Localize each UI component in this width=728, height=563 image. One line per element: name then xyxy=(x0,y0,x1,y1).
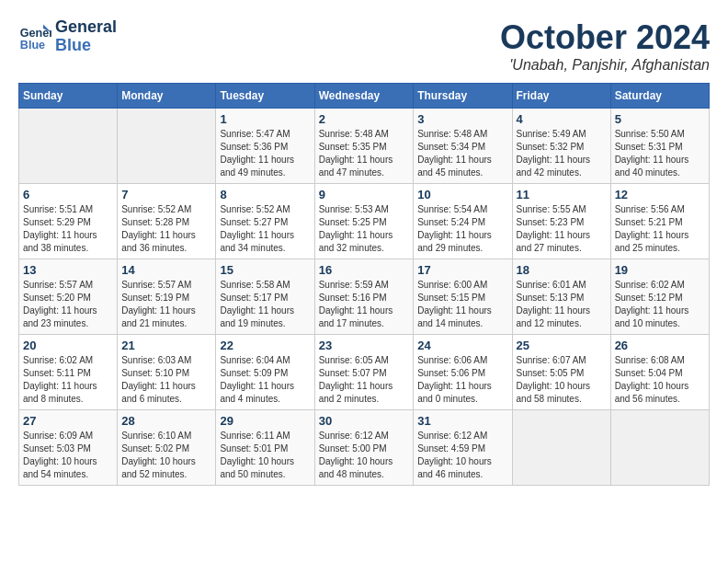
day-cell: 1Sunrise: 5:47 AM Sunset: 5:36 PM Daylig… xyxy=(216,109,314,184)
day-info: Sunrise: 5:51 AM Sunset: 5:29 PM Dayligh… xyxy=(23,203,113,255)
weekday-header-row: SundayMondayTuesdayWednesdayThursdayFrid… xyxy=(19,84,710,109)
day-number: 14 xyxy=(121,263,211,277)
day-cell: 18Sunrise: 6:01 AM Sunset: 5:13 PM Dayli… xyxy=(512,259,610,335)
day-number: 4 xyxy=(517,112,607,126)
day-cell: 28Sunrise: 6:10 AM Sunset: 5:02 PM Dayli… xyxy=(118,410,216,486)
day-info: Sunrise: 6:05 AM Sunset: 5:07 PM Dayligh… xyxy=(319,354,410,406)
weekday-header-wednesday: Wednesday xyxy=(314,84,414,109)
day-cell: 3Sunrise: 5:48 AM Sunset: 5:34 PM Daylig… xyxy=(414,109,512,184)
day-number: 3 xyxy=(417,112,507,126)
day-number: 8 xyxy=(220,188,310,201)
day-cell: 17Sunrise: 6:00 AM Sunset: 5:15 PM Dayli… xyxy=(414,259,512,335)
day-cell: 9Sunrise: 5:53 AM Sunset: 5:25 PM Daylig… xyxy=(314,184,414,259)
day-cell xyxy=(118,109,216,184)
day-cell: 5Sunrise: 5:50 AM Sunset: 5:31 PM Daylig… xyxy=(610,109,709,184)
location: 'Unabah, Panjshir, Afghanistan xyxy=(500,57,710,74)
day-info: Sunrise: 5:48 AM Sunset: 5:34 PM Dayligh… xyxy=(417,128,507,179)
day-cell: 26Sunrise: 6:08 AM Sunset: 5:04 PM Dayli… xyxy=(610,335,709,410)
day-number: 16 xyxy=(319,263,410,277)
day-cell: 7Sunrise: 5:52 AM Sunset: 5:28 PM Daylig… xyxy=(118,184,216,259)
day-number: 30 xyxy=(319,414,410,428)
day-info: Sunrise: 6:00 AM Sunset: 5:15 PM Dayligh… xyxy=(417,279,507,330)
day-info: Sunrise: 5:55 AM Sunset: 5:23 PM Dayligh… xyxy=(517,203,607,255)
day-number: 27 xyxy=(23,414,113,428)
week-row-5: 27Sunrise: 6:09 AM Sunset: 5:03 PM Dayli… xyxy=(19,410,710,486)
day-info: Sunrise: 5:57 AM Sunset: 5:19 PM Dayligh… xyxy=(121,279,211,330)
day-info: Sunrise: 6:12 AM Sunset: 4:59 PM Dayligh… xyxy=(417,430,507,481)
day-info: Sunrise: 6:02 AM Sunset: 5:11 PM Dayligh… xyxy=(23,354,113,406)
day-info: Sunrise: 6:04 AM Sunset: 5:09 PM Dayligh… xyxy=(220,354,310,406)
day-info: Sunrise: 6:11 AM Sunset: 5:01 PM Dayligh… xyxy=(220,430,310,481)
day-number: 26 xyxy=(615,339,705,352)
day-info: Sunrise: 5:53 AM Sunset: 5:25 PM Dayligh… xyxy=(319,203,410,255)
day-info: Sunrise: 5:54 AM Sunset: 5:24 PM Dayligh… xyxy=(417,203,507,255)
day-info: Sunrise: 6:06 AM Sunset: 5:06 PM Dayligh… xyxy=(417,354,507,406)
day-number: 23 xyxy=(319,339,410,352)
day-number: 19 xyxy=(615,263,705,277)
day-number: 11 xyxy=(517,188,607,201)
calendar-table: SundayMondayTuesdayWednesdayThursdayFrid… xyxy=(18,83,710,486)
week-row-1: 1Sunrise: 5:47 AM Sunset: 5:36 PM Daylig… xyxy=(19,109,710,184)
week-row-2: 6Sunrise: 5:51 AM Sunset: 5:29 PM Daylig… xyxy=(19,184,710,259)
day-number: 24 xyxy=(417,339,507,352)
day-info: Sunrise: 6:08 AM Sunset: 5:04 PM Dayligh… xyxy=(615,354,705,406)
day-cell: 13Sunrise: 5:57 AM Sunset: 5:20 PM Dayli… xyxy=(19,259,118,335)
day-number: 5 xyxy=(615,112,705,126)
logo-icon: General Blue xyxy=(18,20,51,53)
day-info: Sunrise: 6:10 AM Sunset: 5:02 PM Dayligh… xyxy=(121,430,211,481)
logo-line1: General xyxy=(55,17,117,36)
day-cell: 16Sunrise: 5:59 AM Sunset: 5:16 PM Dayli… xyxy=(314,259,414,335)
day-cell: 24Sunrise: 6:06 AM Sunset: 5:06 PM Dayli… xyxy=(414,335,512,410)
weekday-header-saturday: Saturday xyxy=(610,84,709,109)
day-number: 7 xyxy=(121,188,211,201)
day-number: 28 xyxy=(121,414,211,428)
day-info: Sunrise: 5:58 AM Sunset: 5:17 PM Dayligh… xyxy=(220,279,310,330)
day-cell: 4Sunrise: 5:49 AM Sunset: 5:32 PM Daylig… xyxy=(512,109,610,184)
weekday-header-sunday: Sunday xyxy=(19,84,118,109)
day-number: 21 xyxy=(121,339,211,352)
day-cell: 23Sunrise: 6:05 AM Sunset: 5:07 PM Dayli… xyxy=(314,335,414,410)
day-cell: 10Sunrise: 5:54 AM Sunset: 5:24 PM Dayli… xyxy=(414,184,512,259)
day-info: Sunrise: 5:57 AM Sunset: 5:20 PM Dayligh… xyxy=(23,279,113,330)
day-cell: 14Sunrise: 5:57 AM Sunset: 5:19 PM Dayli… xyxy=(118,259,216,335)
day-cell: 27Sunrise: 6:09 AM Sunset: 5:03 PM Dayli… xyxy=(19,410,118,486)
day-cell: 19Sunrise: 6:02 AM Sunset: 5:12 PM Dayli… xyxy=(610,259,709,335)
day-info: Sunrise: 6:09 AM Sunset: 5:03 PM Dayligh… xyxy=(23,430,113,481)
day-cell: 12Sunrise: 5:56 AM Sunset: 5:21 PM Dayli… xyxy=(610,184,709,259)
weekday-header-monday: Monday xyxy=(118,84,216,109)
day-number: 12 xyxy=(615,188,705,201)
day-number: 10 xyxy=(417,188,507,201)
day-cell: 15Sunrise: 5:58 AM Sunset: 5:17 PM Dayli… xyxy=(216,259,314,335)
day-number: 15 xyxy=(220,263,310,277)
week-row-3: 13Sunrise: 5:57 AM Sunset: 5:20 PM Dayli… xyxy=(19,259,710,335)
weekday-header-thursday: Thursday xyxy=(414,84,512,109)
day-cell: 20Sunrise: 6:02 AM Sunset: 5:11 PM Dayli… xyxy=(19,335,118,410)
title-block: October 2024 'Unabah, Panjshir, Afghanis… xyxy=(500,18,710,74)
day-cell: 30Sunrise: 6:12 AM Sunset: 5:00 PM Dayli… xyxy=(314,410,414,486)
day-info: Sunrise: 5:52 AM Sunset: 5:27 PM Dayligh… xyxy=(220,203,310,255)
day-number: 6 xyxy=(23,188,113,201)
day-cell: 8Sunrise: 5:52 AM Sunset: 5:27 PM Daylig… xyxy=(216,184,314,259)
logo-line2: Blue xyxy=(55,36,91,54)
day-info: Sunrise: 6:01 AM Sunset: 5:13 PM Dayligh… xyxy=(517,279,607,330)
day-cell xyxy=(610,410,709,486)
day-number: 9 xyxy=(319,188,410,201)
day-number: 31 xyxy=(417,414,507,428)
day-cell xyxy=(512,410,610,486)
day-cell: 21Sunrise: 6:03 AM Sunset: 5:10 PM Dayli… xyxy=(118,335,216,410)
day-info: Sunrise: 5:59 AM Sunset: 5:16 PM Dayligh… xyxy=(319,279,410,330)
day-number: 20 xyxy=(23,339,113,352)
day-cell: 22Sunrise: 6:04 AM Sunset: 5:09 PM Dayli… xyxy=(216,335,314,410)
day-info: Sunrise: 6:02 AM Sunset: 5:12 PM Dayligh… xyxy=(615,279,705,330)
day-info: Sunrise: 5:56 AM Sunset: 5:21 PM Dayligh… xyxy=(615,203,705,255)
day-info: Sunrise: 5:48 AM Sunset: 5:35 PM Dayligh… xyxy=(319,128,410,179)
day-cell: 29Sunrise: 6:11 AM Sunset: 5:01 PM Dayli… xyxy=(216,410,314,486)
day-info: Sunrise: 6:03 AM Sunset: 5:10 PM Dayligh… xyxy=(121,354,211,406)
day-number: 25 xyxy=(517,339,607,352)
logo: General Blue General Blue xyxy=(18,18,117,55)
day-cell: 31Sunrise: 6:12 AM Sunset: 4:59 PM Dayli… xyxy=(414,410,512,486)
day-info: Sunrise: 6:12 AM Sunset: 5:00 PM Dayligh… xyxy=(319,430,410,481)
svg-text:Blue: Blue xyxy=(20,38,45,51)
day-number: 29 xyxy=(220,414,310,428)
day-info: Sunrise: 5:52 AM Sunset: 5:28 PM Dayligh… xyxy=(121,203,211,255)
